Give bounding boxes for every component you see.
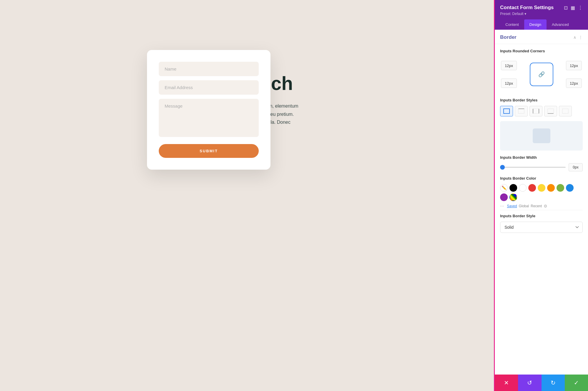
border-style-bottom[interactable] <box>544 106 557 116</box>
panel-content: Inputs Rounded Corners 🔗 Inputs Border S… <box>495 44 588 238</box>
tab-advanced[interactable]: Advanced <box>547 19 574 30</box>
border-width-slider-row <box>500 163 583 171</box>
color-settings-icon[interactable]: ⚙ <box>544 204 547 208</box>
border-preview-box <box>500 121 583 151</box>
color-swatch-white[interactable] <box>519 184 527 192</box>
border-preview-inner <box>533 128 550 143</box>
save-button[interactable]: ✓ <box>565 375 588 391</box>
section-header-icons: ∧ ⋮ <box>573 35 583 40</box>
panel-header: Contact Form Settings ⊡ ▦ ⋮ Preset: Defa… <box>495 0 588 30</box>
border-style-none[interactable] <box>559 106 572 116</box>
left-area: CONTACT Get In Touch Praesent sapien lac… <box>0 0 494 391</box>
panel-title-icons: ⊡ ▦ ⋮ <box>564 5 583 11</box>
border-width-input[interactable] <box>569 163 583 171</box>
color-tabs-row: ··· Saved Global Recent ⚙ <box>500 203 583 209</box>
border-width-slider[interactable] <box>500 167 566 168</box>
panel-tabs: Content Design Advanced <box>500 19 583 30</box>
panel-body: Border ∧ ⋮ Inputs Rounded Corners 🔗 <box>495 30 588 375</box>
panel-title: Contact Form Settings <box>500 5 554 11</box>
right-panel: Contact Form Settings ⊡ ▦ ⋮ Preset: Defa… <box>494 0 588 391</box>
corners-grid: 🔗 <box>500 57 583 92</box>
cancel-icon: ✕ <box>504 379 509 386</box>
border-styles-row <box>500 106 583 116</box>
color-swatch-black[interactable] <box>510 184 517 192</box>
collapse-icon[interactable]: ∧ <box>573 35 576 40</box>
svg-rect-8 <box>548 109 554 113</box>
undo-button[interactable]: ↺ <box>518 375 541 391</box>
submit-button[interactable]: SUBMIT <box>159 144 259 158</box>
email-input[interactable] <box>159 80 259 95</box>
bottom-toolbar: ✕ ↺ ↻ ✓ <box>495 375 588 391</box>
divider <box>500 210 583 210</box>
name-input[interactable] <box>159 62 259 76</box>
border-style-sides[interactable] <box>529 106 542 116</box>
color-tab-global[interactable]: Global <box>519 204 529 208</box>
color-swatches: ✏️ <box>500 184 583 201</box>
svg-rect-2 <box>518 109 524 113</box>
save-icon: ✓ <box>574 379 579 386</box>
color-swatch-yellow[interactable] <box>538 184 545 192</box>
color-swatch-red[interactable] <box>528 184 536 192</box>
border-width-label: Inputs Border Width <box>500 155 583 160</box>
border-style-top[interactable] <box>515 106 528 116</box>
color-swatch-green[interactable] <box>557 184 564 192</box>
undo-icon: ↺ <box>527 379 532 386</box>
panel-preset[interactable]: Preset: Default ▾ <box>500 12 583 16</box>
section-title: Border <box>500 34 517 40</box>
border-color-label: Inputs Border Color <box>500 176 583 181</box>
corner-top-right[interactable] <box>566 61 582 70</box>
color-swatch-blue[interactable] <box>566 184 574 192</box>
border-style-select[interactable]: Solid Dashed Dotted Double None <box>500 222 583 233</box>
color-swatch-orange[interactable] <box>547 184 555 192</box>
color-tab-saved[interactable]: Saved <box>507 204 517 208</box>
corner-top-left[interactable] <box>501 61 517 70</box>
link-icon: 🔗 <box>538 71 545 78</box>
svg-rect-0 <box>504 109 510 113</box>
rounded-corners-label: Inputs Rounded Corners <box>500 49 583 53</box>
message-textarea[interactable] <box>159 99 259 137</box>
corner-bottom-right[interactable] <box>566 78 582 88</box>
color-swatch-purple[interactable] <box>500 193 508 201</box>
tab-content[interactable]: Content <box>500 19 524 30</box>
redo-icon: ↻ <box>551 379 556 386</box>
border-styles-label: Inputs Border Styles <box>500 98 583 102</box>
redo-button[interactable]: ↻ <box>542 375 565 391</box>
corner-link-button[interactable]: 🔗 <box>530 63 553 86</box>
border-style-label: Inputs Border Style <box>500 214 583 218</box>
grid-icon[interactable]: ▦ <box>571 5 575 11</box>
color-dots-icon[interactable]: ··· <box>500 203 504 209</box>
cancel-button[interactable]: ✕ <box>495 375 518 391</box>
color-tab-recent[interactable]: Recent <box>531 204 542 208</box>
border-section-header: Border ∧ ⋮ <box>495 30 588 44</box>
corner-bottom-left[interactable] <box>501 78 517 88</box>
color-pencil-icon[interactable]: ✏️ <box>500 184 508 192</box>
section-more-icon[interactable]: ⋮ <box>579 35 583 40</box>
expand-icon[interactable]: ⊡ <box>564 5 568 11</box>
color-swatch-gradient[interactable] <box>510 193 517 201</box>
panel-title-row: Contact Form Settings ⊡ ▦ ⋮ <box>500 5 583 11</box>
border-style-all[interactable] <box>500 106 513 116</box>
more-icon[interactable]: ⋮ <box>578 5 583 11</box>
form-card: SUBMIT <box>147 50 270 170</box>
tab-design[interactable]: Design <box>524 19 547 30</box>
svg-rect-9 <box>562 109 568 113</box>
